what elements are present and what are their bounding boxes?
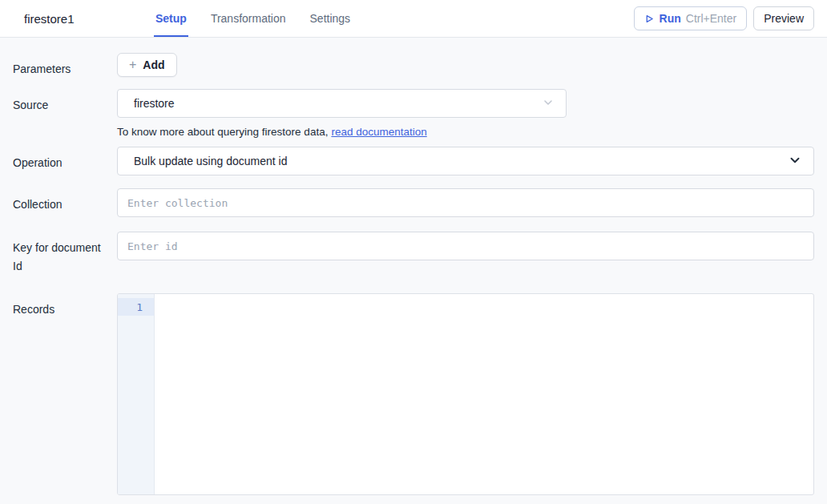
operation-select-value: Bulk update using document id bbox=[134, 155, 287, 167]
query-title: firestore1 bbox=[13, 0, 155, 37]
parameters-label: Parameters bbox=[13, 53, 117, 78]
read-documentation-link[interactable]: read documentation bbox=[331, 126, 426, 138]
plus-icon: + bbox=[129, 58, 136, 72]
line-number: 1 bbox=[118, 298, 154, 316]
tab-setup[interactable]: Setup bbox=[155, 0, 187, 37]
operation-row: Operation Bulk update using document id bbox=[13, 147, 814, 175]
chevron-down-icon bbox=[788, 153, 802, 170]
source-row: Source firestore To know more about quer… bbox=[13, 89, 814, 138]
records-code-editor[interactable]: 1 bbox=[117, 293, 814, 495]
add-parameter-button[interactable]: + Add bbox=[117, 53, 177, 77]
operation-select[interactable]: Bulk update using document id bbox=[117, 147, 814, 175]
source-helper-text: To know more about querying firestore da… bbox=[117, 126, 814, 138]
line-number-gutter: 1 bbox=[118, 294, 155, 494]
code-editor-content[interactable] bbox=[155, 294, 813, 494]
source-helper-prefix: To know more about querying firestore da… bbox=[117, 126, 328, 138]
chevron-down-icon bbox=[542, 96, 555, 111]
document-id-key-input[interactable] bbox=[117, 232, 814, 260]
key-for-document-id-row: Key for document Id bbox=[13, 232, 814, 275]
preview-button[interactable]: Preview bbox=[753, 6, 814, 30]
run-shortcut-label: Ctrl+Enter bbox=[686, 12, 736, 25]
source-label: Source bbox=[13, 89, 117, 138]
source-select[interactable]: firestore bbox=[117, 89, 567, 118]
source-select-value: firestore bbox=[134, 97, 175, 110]
add-parameter-label: Add bbox=[143, 58, 164, 71]
collection-label: Collection bbox=[13, 188, 117, 217]
operation-label: Operation bbox=[13, 147, 117, 175]
header-actions: Run Ctrl+Enter Preview bbox=[634, 0, 814, 37]
key-for-document-id-label: Key for document Id bbox=[13, 232, 117, 275]
collection-input[interactable] bbox=[117, 188, 814, 217]
records-row: Records 1 bbox=[13, 293, 814, 495]
query-tabs: Setup Transformation Settings bbox=[155, 0, 350, 37]
play-icon bbox=[644, 14, 655, 24]
query-header: firestore1 Setup Transformation Settings… bbox=[0, 0, 827, 38]
run-button-label: Run bbox=[660, 12, 681, 25]
query-setup-form: Parameters + Add Source firestore To kno… bbox=[0, 38, 827, 495]
parameters-row: Parameters + Add bbox=[13, 53, 814, 78]
records-label: Records bbox=[13, 293, 117, 495]
run-button[interactable]: Run Ctrl+Enter bbox=[634, 6, 748, 30]
tab-transformation[interactable]: Transformation bbox=[211, 0, 286, 37]
collection-row: Collection bbox=[13, 188, 814, 217]
tab-settings[interactable]: Settings bbox=[310, 0, 351, 37]
